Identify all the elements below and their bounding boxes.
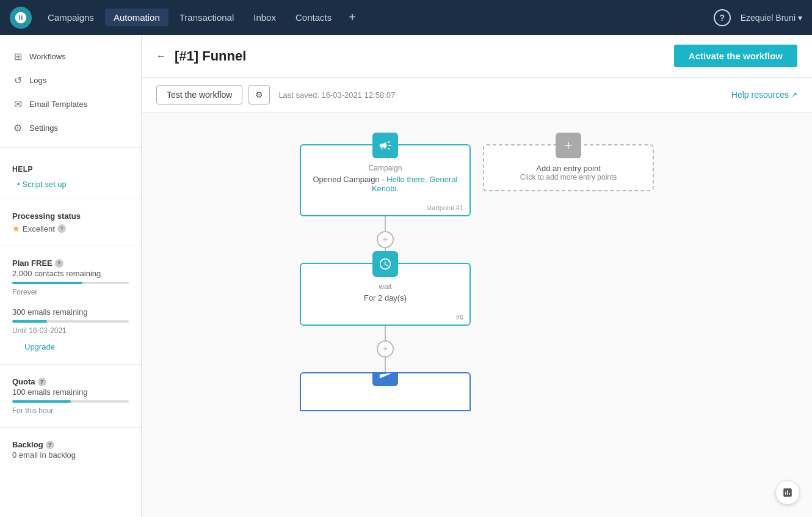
topnav-right: ? Ezequiel Bruni ▾	[714, 9, 802, 26]
quota-progress-bg	[12, 400, 129, 403]
main-content: ← [#1] Funnel Activate the workflow Test…	[142, 35, 812, 517]
connector-2: +	[377, 326, 394, 372]
processing-status-value: Excellent	[23, 224, 55, 233]
campaign-node-content: Opened Campaign - Hello there. General K…	[311, 175, 460, 193]
test-workflow-button[interactable]: Test the workflow	[156, 85, 242, 105]
emails-until: Until 16-03-2021	[12, 326, 129, 335]
add-entry-title: Add an entry point	[494, 164, 643, 173]
emails-info: 300 emails remaining Until 16-03-2021	[0, 301, 141, 340]
last-saved-text: Last saved: 16-03-2021 12:58:07	[278, 90, 395, 100]
workflows-icon: ⊞	[12, 51, 23, 62]
processing-status-help[interactable]: ?	[57, 224, 66, 233]
backlog-info: Backlog ? 0 email in backlog	[0, 435, 141, 464]
send-email-node-icon	[372, 372, 398, 386]
backlog-title: Backlog ?	[12, 440, 129, 449]
sidebar-divider-4	[0, 364, 141, 365]
sidebar-label-workflows: Workflows	[29, 52, 66, 61]
backlog-value: 0 email in backlog	[12, 450, 129, 460]
campaign-node-icon	[372, 133, 398, 158]
nav-inbox[interactable]: Inbox	[245, 9, 285, 26]
quota-period: For this hour	[12, 406, 129, 415]
sidebar-divider-5	[0, 427, 141, 428]
sidebar-item-logs[interactable]: ↺ Logs	[0, 68, 141, 92]
sidebar-divider-2	[0, 199, 141, 199]
emails-remaining: 300 emails remaining	[12, 307, 129, 317]
add-entry-point[interactable]: + Add an entry point Click to add more e…	[483, 144, 654, 191]
campaign-node-type: Campaign	[311, 164, 460, 172]
sidebar-label-logs: Logs	[29, 76, 46, 85]
plan-info: Plan FREE ? 2,000 contacts remaining For…	[0, 254, 141, 301]
backlog-help[interactable]: ?	[46, 441, 54, 449]
star-icon: ★	[12, 224, 20, 233]
script-setup-link[interactable]: • Script set up	[0, 177, 141, 191]
sidebar-label-email-templates: Email Templates	[29, 100, 87, 109]
connector-line-4	[385, 358, 386, 372]
emails-progress-bg	[12, 320, 129, 323]
contacts-progress-bg	[12, 282, 129, 284]
quota-help[interactable]: ?	[38, 378, 46, 386]
help-section: Help	[0, 155, 141, 177]
toolbar: Test the workflow ⚙ Last saved: 16-03-20…	[142, 78, 812, 112]
back-button[interactable]: ←	[156, 51, 166, 62]
campaign-link[interactable]: Hello there. General Kenobi.	[372, 175, 458, 193]
wait-node-content: For 2 day(s)	[311, 293, 460, 302]
wait-node-icon	[372, 251, 398, 277]
quota-progress-fill	[12, 400, 71, 403]
wait-node-footer: #6	[301, 311, 469, 324]
campaign-node[interactable]: Campaign Opened Campaign - Hello there. …	[300, 144, 471, 216]
upgrade-link[interactable]: Upgrade	[12, 342, 67, 351]
add-step-button-2[interactable]: +	[377, 340, 394, 358]
wait-node-type: wait	[311, 282, 460, 291]
page-title: [#1] Funnel	[175, 48, 246, 64]
add-entry-icon[interactable]: +	[556, 133, 581, 158]
add-button[interactable]: +	[343, 8, 362, 27]
connector-line-1	[385, 216, 386, 231]
campaign-node-footer: startpoint #1	[301, 202, 469, 215]
processing-status-title: Processing status	[12, 211, 129, 221]
settings-icon: ⚙	[12, 122, 23, 134]
help-button[interactable]: ?	[714, 9, 731, 26]
sidebar-divider-3	[0, 246, 141, 246]
layout: ⊞ Workflows ↺ Logs ✉ Email Templates ⚙ S…	[0, 35, 812, 517]
logo[interactable]	[10, 7, 32, 29]
wait-node[interactable]: wait For 2 day(s) #6	[300, 263, 471, 326]
processing-status: Processing status ★ Excellent ?	[0, 207, 141, 238]
workflow-area: Campaign Opened Campaign - Hello there. …	[154, 125, 800, 411]
connector-line-3	[385, 326, 386, 340]
activate-workflow-button[interactable]: Activate the workflow	[674, 45, 797, 67]
quota-value: 100 emails remaining	[12, 387, 129, 397]
sidebar-label-settings: Settings	[29, 123, 58, 133]
nav-contacts[interactable]: Contacts	[287, 9, 340, 26]
contacts-remaining: 2,000 contacts remaining	[12, 269, 129, 278]
gear-icon: ⚙	[255, 90, 263, 100]
email-templates-icon: ✉	[12, 98, 23, 110]
contacts-period: Forever	[12, 288, 129, 296]
scroll-chart-button[interactable]	[775, 480, 800, 505]
user-menu[interactable]: Ezequiel Bruni ▾	[741, 13, 802, 23]
emails-progress-fill	[12, 320, 47, 323]
help-resources-link[interactable]: Help resources ↗	[731, 90, 797, 100]
logs-icon: ↺	[12, 75, 23, 86]
sidebar-item-settings[interactable]: ⚙ Settings	[0, 116, 141, 140]
send-email-node[interactable]	[300, 372, 471, 411]
nav-transactional[interactable]: Transactional	[171, 9, 243, 26]
workflow-settings-button[interactable]: ⚙	[248, 85, 270, 105]
plan-help[interactable]: ?	[55, 259, 63, 268]
main-node-column: Campaign Opened Campaign - Hello there. …	[300, 131, 471, 411]
quota-title: Quota ?	[12, 377, 129, 386]
top-navigation: Campaigns Automation Transactional Inbox…	[0, 0, 812, 35]
sidebar-item-email-templates[interactable]: ✉ Email Templates	[0, 92, 141, 116]
sidebar: ⊞ Workflows ↺ Logs ✉ Email Templates ⚙ S…	[0, 35, 142, 517]
add-entry-column: + Add an entry point Click to add more e…	[483, 144, 654, 411]
quota-info: Quota ? 100 emails remaining For this ho…	[0, 372, 141, 420]
add-entry-subtitle: Click to add more entry points	[494, 173, 643, 182]
nav-campaigns[interactable]: Campaigns	[39, 9, 103, 26]
sidebar-item-workflows[interactable]: ⊞ Workflows	[0, 45, 141, 68]
nav-automation[interactable]: Automation	[105, 9, 169, 26]
add-step-button-1[interactable]: +	[377, 231, 394, 248]
workflow-canvas[interactable]: Campaign Opened Campaign - Hello there. …	[142, 112, 812, 517]
sidebar-divider-1	[0, 147, 141, 148]
main-header: ← [#1] Funnel Activate the workflow	[142, 35, 812, 78]
contacts-progress-fill	[12, 282, 82, 284]
plan-title: Plan FREE ?	[12, 258, 129, 268]
